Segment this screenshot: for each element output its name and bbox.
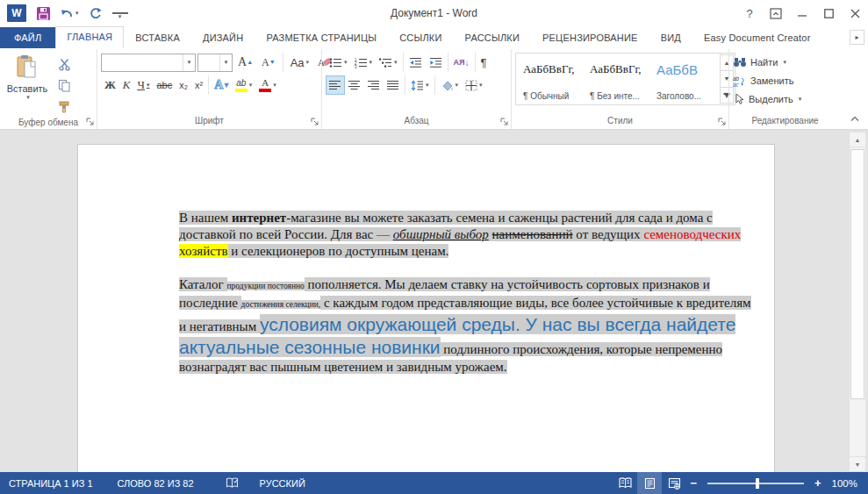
ribbon-tab-row: ФАЙЛ ГЛАВНАЯ ВСТАВКА ДИЗАЙН РАЗМЕТКА СТР… (0, 26, 868, 49)
customize-qat-button[interactable] (112, 12, 128, 19)
underline-button[interactable]: Ч (134, 75, 154, 95)
bold-button[interactable]: Ж (101, 75, 119, 95)
grow-font-button[interactable]: A▲ (234, 53, 256, 72)
tab-page-layout[interactable]: РАЗМЕТКА СТРАНИЦЫ (255, 28, 388, 48)
scroll-up-button[interactable]: ▲ (849, 132, 866, 147)
superscript-button[interactable]: x² (191, 75, 206, 95)
tab-design[interactable]: ДИЗАЙН (191, 28, 255, 48)
word-count[interactable]: СЛОВО 82 ИЗ 82 (109, 472, 203, 494)
text-highlight-button[interactable]: ab (232, 75, 256, 95)
style-heading1[interactable]: АаБбВ Заголово... (650, 54, 715, 104)
multilevel-list-button[interactable] (376, 53, 401, 72)
word-app-icon[interactable]: W (7, 4, 26, 22)
maximize-button[interactable] (815, 3, 842, 24)
style-no-spacing[interactable]: АаБбВвГг, ¶ Без инте... (584, 54, 649, 104)
sort-button[interactable]: АЯ↓ (450, 53, 473, 72)
redo-button[interactable] (88, 4, 104, 23)
replace-icon: ab ac (733, 75, 747, 87)
zoom-out-button[interactable]: − (686, 476, 700, 490)
scroll-down-button[interactable]: ▼ (849, 456, 866, 472)
font-size-dropdown-icon[interactable] (219, 54, 232, 71)
document-text[interactable]: В нашем интернет-магазине вы можете зака… (78, 145, 774, 392)
tab-view[interactable]: ВИД (649, 28, 692, 48)
borders-button[interactable] (462, 75, 486, 95)
paragraph[interactable]: Каталог продукции постоянно пополняется.… (179, 276, 758, 376)
language-indicator[interactable]: РУССКИЙ (251, 472, 314, 494)
maximize-icon (824, 9, 834, 18)
document-page[interactable]: В нашем интернет-магазине вы можете зака… (77, 144, 775, 472)
zoom-in-button[interactable]: + (811, 476, 825, 490)
justify-icon (387, 80, 399, 90)
select-button[interactable]: Выделить (733, 91, 801, 107)
align-center-button[interactable] (345, 75, 364, 95)
format-painter-button[interactable] (54, 97, 75, 116)
justify-button[interactable] (384, 75, 403, 95)
shrink-font-button[interactable]: A▼ (258, 53, 279, 72)
zoom-slider-thumb[interactable] (756, 478, 759, 489)
clipboard-dialog-launcher[interactable] (85, 117, 95, 126)
undo-button[interactable] (60, 4, 79, 23)
strikethrough-button[interactable]: abc (153, 75, 176, 95)
cut-button[interactable] (54, 54, 75, 74)
align-center-icon (348, 80, 361, 90)
subscript-button[interactable]: x₂ (176, 75, 191, 95)
tab-easy-document-creator[interactable]: Easy Document Creator (692, 28, 822, 48)
paragraph[interactable]: В нашем интернет-магазине вы можете зака… (179, 210, 758, 260)
tab-review[interactable]: РЕЦЕНЗИРОВАНИЕ (531, 28, 649, 48)
font-name-combobox[interactable] (101, 54, 196, 72)
font-color-button[interactable]: А (255, 75, 280, 95)
paragraph[interactable] (179, 260, 758, 276)
change-case-button[interactable]: Aa (287, 53, 312, 72)
collapse-ribbon-button[interactable] (849, 113, 861, 124)
tab-file[interactable]: ФАЙЛ (0, 27, 55, 48)
paste-button[interactable]: Вставить (4, 53, 51, 101)
text-run: наименований (492, 227, 573, 241)
copy-button[interactable] (54, 75, 75, 95)
line-spacing-button[interactable] (407, 75, 433, 95)
page-indicator[interactable]: СТРАНИЦА 1 ИЗ 1 (0, 472, 102, 494)
web-layout-button[interactable] (662, 472, 686, 494)
increase-indent-button[interactable] (426, 53, 446, 72)
read-mode-button[interactable] (613, 472, 637, 494)
scrollbar-track[interactable] (849, 147, 866, 456)
decrease-indent-button[interactable] (405, 53, 426, 72)
save-button[interactable] (35, 4, 51, 23)
minimize-button[interactable] (789, 3, 815, 24)
help-button[interactable]: ? (736, 3, 763, 24)
print-layout-button[interactable] (637, 472, 662, 494)
font-dialog-launcher[interactable] (310, 117, 319, 126)
group-paragraph: 123 (321, 49, 511, 129)
find-button[interactable]: Найти (733, 54, 801, 70)
group-label-editing: Редактирование (733, 114, 837, 129)
font-name-dropdown-icon[interactable] (183, 54, 195, 71)
ribbon-display-options-button[interactable] (763, 3, 789, 24)
save-icon (36, 6, 51, 21)
text-effects-button[interactable]: A (211, 75, 232, 95)
font-size-combobox[interactable] (197, 54, 233, 72)
show-hide-marks-button[interactable]: ¶ (477, 53, 491, 72)
paragraph[interactable] (179, 376, 758, 392)
tab-home[interactable]: ГЛАВНАЯ (55, 26, 124, 48)
shading-button[interactable] (437, 75, 463, 95)
tab-insert[interactable]: ВСТАВКА (124, 28, 191, 48)
align-right-button[interactable] (364, 75, 384, 95)
replace-button[interactable]: ab ac Заменить (733, 73, 801, 89)
tab-mailings[interactable]: РАССЫЛКИ (454, 28, 531, 48)
numbering-button[interactable]: 123 (351, 53, 377, 72)
tab-scroll-right-button[interactable] (850, 30, 864, 45)
italic-button[interactable]: К (119, 75, 134, 95)
bullets-button[interactable] (326, 53, 351, 72)
caret-up-icon: ▲ (247, 59, 253, 66)
proofing-status[interactable] (217, 472, 247, 494)
vertical-scrollbar[interactable]: ▲ ▼ (849, 132, 866, 472)
zoom-slider[interactable] (707, 483, 804, 484)
align-left-button[interactable] (326, 75, 345, 95)
find-label: Найти (750, 57, 778, 68)
style-normal[interactable]: АаБбВвГг, ¶ Обычный (517, 54, 582, 104)
styles-dialog-launcher[interactable] (717, 117, 727, 126)
tab-references[interactable]: ССЫЛКИ (388, 28, 453, 48)
scrollbar-thumb[interactable] (850, 149, 864, 399)
zoom-level[interactable]: 100% (825, 478, 868, 489)
paragraph-dialog-launcher[interactable] (499, 117, 509, 126)
close-button[interactable] (842, 3, 868, 24)
